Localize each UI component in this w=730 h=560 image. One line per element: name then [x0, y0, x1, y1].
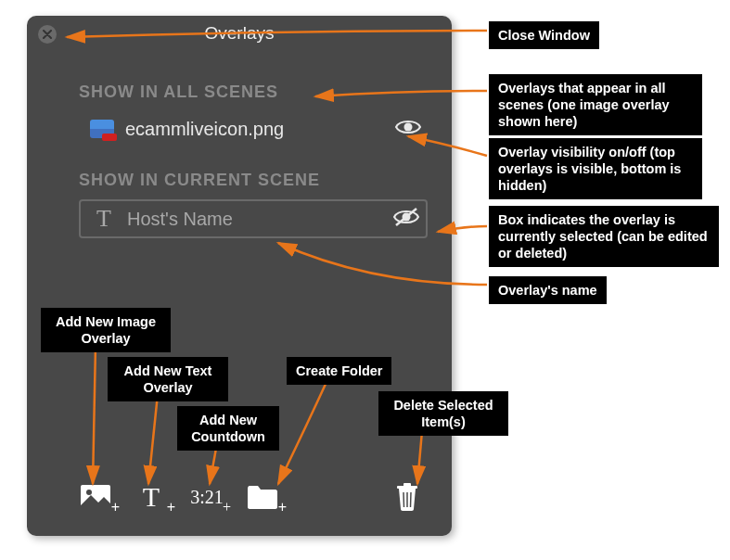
plus-icon: +: [223, 499, 231, 515]
add-text-overlay-button[interactable]: T +: [131, 478, 172, 515]
text-overlay-icon: T: [90, 205, 118, 233]
eye-icon: [394, 117, 422, 137]
create-folder-button[interactable]: +: [242, 478, 283, 515]
annotation-add-image: Add New Image Overlay: [41, 308, 171, 352]
svg-line-7: [403, 492, 404, 507]
overlay-label: Host's Name: [127, 209, 416, 230]
close-button[interactable]: [38, 25, 57, 44]
delete-button[interactable]: [387, 478, 428, 515]
eye-slash-icon: [392, 207, 420, 227]
add-countdown-button[interactable]: 3:21 +: [186, 478, 227, 515]
section-header-all-scenes: SHOW IN ALL SCENES: [79, 83, 452, 102]
overlay-row-text-selected[interactable]: T Host's Name: [79, 199, 428, 238]
text-icon: T: [143, 481, 160, 513]
titlebar: Overlays: [27, 16, 452, 51]
svg-point-4: [86, 490, 92, 495]
svg-line-9: [411, 492, 412, 507]
svg-rect-6: [403, 483, 411, 487]
annotation-selected-box: Box indicates the overlay is currently s…: [489, 206, 719, 267]
annotation-add-text: Add New Text Overlay: [108, 357, 228, 401]
folder-icon: [247, 485, 278, 509]
annotation-visibility: Overlay visibility on/off (top overlays …: [489, 138, 702, 199]
plus-icon: +: [278, 499, 287, 515]
annotation-create-folder: Create Folder: [287, 357, 391, 385]
annotation-add-countdown: Add New Countdown: [177, 406, 279, 451]
image-icon: [80, 484, 111, 510]
visibility-toggle-off[interactable]: [392, 207, 420, 232]
add-image-overlay-button[interactable]: +: [75, 478, 116, 515]
svg-point-0: [404, 122, 413, 131]
annotation-all-scenes: Overlays that appear in all scenes (one …: [489, 74, 702, 135]
toolbar: + T + 3:21 + +: [75, 478, 428, 515]
overlays-panel: Overlays SHOW IN ALL SCENES ecammliveico…: [27, 16, 452, 536]
panel-title: Overlays: [205, 23, 275, 44]
image-thumbnail-icon: [88, 120, 116, 138]
countdown-icon: 3:21: [190, 487, 224, 508]
overlay-label: ecammliveicon.png: [125, 119, 418, 140]
annotation-delete: Delete Selected Item(s): [378, 391, 508, 436]
overlay-row-image[interactable]: ecammliveicon.png: [79, 111, 428, 146]
section-header-current-scene: SHOW IN CURRENT SCENE: [79, 171, 452, 190]
close-icon: [43, 30, 52, 39]
annotation-overlay-name: Overlay's name: [489, 276, 607, 304]
visibility-toggle-on[interactable]: [394, 117, 422, 142]
annotation-close-window: Close Window: [489, 21, 599, 49]
trash-icon: [396, 483, 418, 511]
plus-icon: +: [111, 499, 120, 515]
plus-icon: +: [167, 499, 175, 515]
